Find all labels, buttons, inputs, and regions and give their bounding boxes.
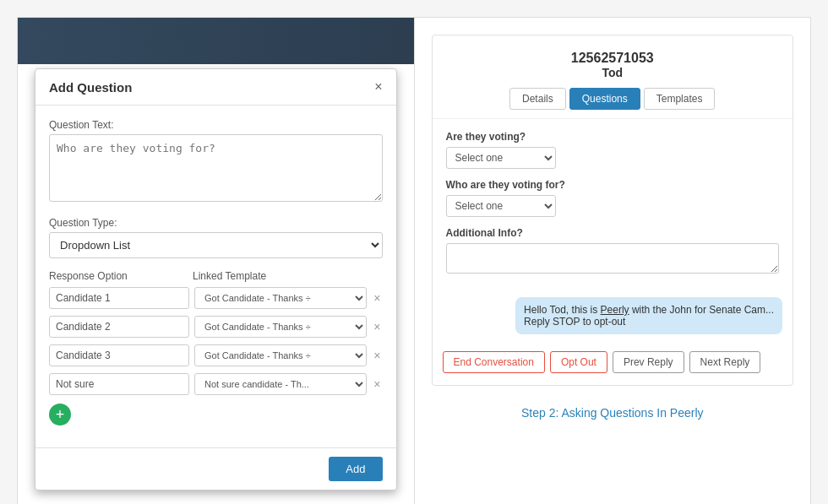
modal-body: Question Text: Question Type: Dropdown L… xyxy=(35,106,396,447)
prev-reply-button[interactable]: Prev Reply xyxy=(613,351,684,373)
close-button[interactable]: × xyxy=(374,79,382,95)
message-bubble: Hello Tod, this is Peerly with the John … xyxy=(515,297,782,334)
message-area: Hello Tod, this is Peerly with the John … xyxy=(433,297,793,343)
delete-response-3-button[interactable]: × xyxy=(372,349,382,362)
delete-response-4-button[interactable]: × xyxy=(372,377,382,391)
end-conversation-button[interactable]: End Conversation xyxy=(443,351,545,373)
additional-info-input[interactable] xyxy=(446,243,780,274)
left-step-label: Step 1: Creating Questions In Peerly xyxy=(35,490,397,504)
q-label-3: Additional Info? xyxy=(446,227,780,239)
response-row: Got Candidate - Thanks ÷ × xyxy=(49,316,383,338)
question-text-label: Question Text: xyxy=(49,119,383,131)
right-step-label: Step 2: Asking Questions In Peerly xyxy=(432,394,794,431)
tabs-row: Details Questions Templates xyxy=(441,79,785,110)
delete-response-2-button[interactable]: × xyxy=(372,320,382,333)
question-type-label: Question Type: xyxy=(49,217,383,229)
contact-name: Tod xyxy=(441,66,785,79)
question-type-select[interactable]: Dropdown List xyxy=(49,232,383,258)
response-option-input-1[interactable] xyxy=(49,287,189,309)
contact-card: 12562571053 Tod Details Questions Templa… xyxy=(432,35,794,386)
response-rows: Got Candidate - Thanks ÷ × Got Candidate… xyxy=(49,287,383,395)
linked-template-select-2[interactable]: Got Candidate - Thanks ÷ xyxy=(194,316,367,338)
phone-header: 12562571053 Tod Details Questions Templa… xyxy=(433,35,793,119)
question-who-voting-for: Who are they voting for? Select one xyxy=(446,179,780,217)
linked-template-select-3[interactable]: Got Candidate - Thanks ÷ xyxy=(194,344,367,366)
modal-footer: Add xyxy=(35,447,396,490)
add-question-modal: Add Question × Question Text: Question T… xyxy=(35,68,397,490)
delete-response-1-button[interactable]: × xyxy=(372,291,382,305)
tab-questions[interactable]: Questions xyxy=(569,88,640,110)
response-row: Got Candidate - Thanks ÷ × xyxy=(49,287,383,309)
linked-template-select-4[interactable]: Not sure candidate - Th... xyxy=(194,373,367,395)
response-header: Response Option Linked Template xyxy=(49,270,383,282)
modal-title: Add Question xyxy=(49,80,132,95)
linked-template-header: Linked Template xyxy=(193,270,383,282)
questions-body: Are they voting? Select one Who are they… xyxy=(433,119,793,297)
opt-out-button[interactable]: Opt Out xyxy=(550,351,607,373)
q-select-1[interactable]: Select one xyxy=(446,147,556,169)
tab-details[interactable]: Details xyxy=(509,88,566,110)
modal-header: Add Question × xyxy=(35,69,396,106)
response-option-input-4[interactable] xyxy=(49,373,189,395)
question-are-they-voting: Are they voting? Select one xyxy=(446,131,780,169)
response-option-header: Response Option xyxy=(49,270,184,282)
q-select-2[interactable]: Select one xyxy=(446,195,556,217)
response-option-input-3[interactable] xyxy=(49,344,189,366)
action-buttons: End Conversation Opt Out Prev Reply Next… xyxy=(433,351,793,385)
question-additional-info: Additional Info? xyxy=(446,227,780,285)
question-text-input[interactable] xyxy=(49,134,383,202)
q-label-2: Who are they voting for? xyxy=(446,179,780,191)
q-label-1: Are they voting? xyxy=(446,131,780,143)
next-reply-button[interactable]: Next Reply xyxy=(689,351,761,373)
phone-number: 12562571053 xyxy=(441,51,785,66)
response-row: Not sure candidate - Th... × xyxy=(49,373,383,395)
response-row: Got Candidate - Thanks ÷ × xyxy=(49,344,383,366)
add-response-button[interactable]: + xyxy=(49,404,71,425)
response-option-input-2[interactable] xyxy=(49,316,189,338)
tab-templates[interactable]: Templates xyxy=(644,88,716,110)
linked-template-select-1[interactable]: Got Candidate - Thanks ÷ xyxy=(194,287,367,309)
submit-add-button[interactable]: Add xyxy=(329,457,382,481)
